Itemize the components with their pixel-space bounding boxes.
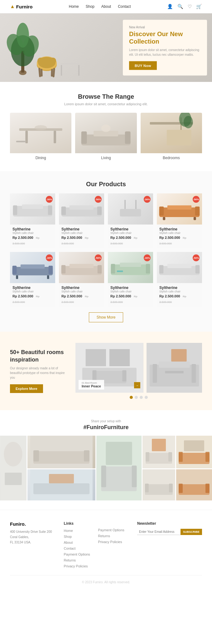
browse-card-dining[interactable]: Dining [10,113,71,160]
svg-rect-112 [205,484,210,493]
dot-3[interactable] [140,396,143,399]
nav-about[interactable]: About [101,4,111,9]
product-badge-4: -50% [193,196,200,203]
product-desc-5: Stylish cafe chair [12,290,53,293]
social-img-4[interactable] [96,436,142,500]
svg-rect-94 [106,442,132,465]
person-icon[interactable]: 👤 [167,4,173,9]
browse-img-dining [10,113,71,153]
footer-link-returns[interactable]: Returns [64,558,93,562]
product-info-6: Syltherine Stylish cafe chair Rp 2.500.0… [59,283,104,307]
product-info-4: Syltherine Stylish cafe chair Rp 2.500.0… [157,225,202,248]
social-img-6[interactable] [142,469,175,500]
svg-rect-16 [25,131,28,143]
svg-rect-36 [97,206,102,215]
svg-rect-58 [111,264,115,273]
product-card-2[interactable]: -50% Syltherine Stylish cafe chair Rp 2.… [59,193,104,248]
browse-card-bedrooms[interactable]: Bedrooms [141,113,202,160]
product-card-4[interactable]: -50% Syltherine Stylish cafe chair Rp 2.… [157,193,202,248]
hero-desc: Lorem ipsum dolor sit amet, consectetur … [129,48,201,57]
inspiration-text: 50+ Beautiful rooms inspiration Our desi… [10,349,69,393]
inspiration-desc: Our designer already made a lot of beaut… [10,366,69,380]
footer-link-about[interactable]: About [64,541,93,544]
hero-buy-button[interactable]: BUY Now [129,61,157,70]
svg-rect-63 [159,265,164,273]
svg-rect-93 [132,466,137,487]
nav-shop[interactable]: Shop [86,4,94,9]
product-info-2: Syltherine Stylish cafe chair Rp 2.500.0… [59,225,104,248]
footer-help-privacy[interactable]: Privacy Policies [98,540,132,544]
nav-logo[interactable]: ▲ Furniro [10,4,32,9]
nav-home[interactable]: Home [69,4,79,9]
dot-2[interactable] [135,396,138,399]
browse-title: Browse The Range [10,93,202,100]
footer-link-payment[interactable]: Payment Options [64,552,93,556]
footer-grid: Funiro. 400 University Drive Suite 200 C… [10,521,202,570]
heart-icon[interactable]: ♡ [188,4,192,9]
product-badge-6: -50% [95,254,102,261]
social-img-7[interactable] [176,436,212,468]
product-name-8: Syltherine [159,286,200,290]
footer-link-contact[interactable]: Contact [64,547,93,550]
social-img-8[interactable] [176,469,212,500]
product-card-6[interactable]: -50% Syltherine Stylish cafe chair Rp 2.… [59,252,104,307]
inspiration-images: 01 Bed Room Inner Peace → [75,343,202,399]
svg-rect-42 [159,206,164,215]
browse-label-dining: Dining [10,156,71,160]
browse-card-living[interactable]: Living [75,113,137,160]
social-img-1[interactable] [0,436,26,500]
svg-rect-56 [70,264,94,268]
product-card-3[interactable]: -30% Syltherine Stylish cafe chair Rp 2.… [108,193,153,248]
social-img-3[interactable] [27,469,95,500]
svg-rect-31 [13,205,17,215]
hero-content-box: New Arrival Discover Our New Collection … [123,20,207,76]
product-desc-1: Stylish cafe chair [12,231,53,234]
newsletter-subscribe-button[interactable]: SUBSCRIBE [181,529,202,535]
social-photo-grid [0,436,212,500]
footer-help-col: Payment Options Returns Privacy Policies [98,521,132,570]
browse-section: Browse The Range Lorem ipsum dolor sit a… [0,82,212,171]
svg-rect-101 [145,484,173,495]
newsletter-email-input[interactable] [137,529,181,535]
product-card-1[interactable]: -30% Syltherine Stylish cafe chair Rp 2.… [10,193,55,248]
product-name-5: Syltherine [12,286,53,290]
svg-rect-35 [61,206,66,215]
product-card-7[interactable]: -30% Syltherine Stylish cafe chair Rp 2.… [108,252,153,307]
footer-link-shop[interactable]: Shop [64,535,93,538]
svg-rect-64 [195,265,200,273]
footer-help-payment[interactable]: Payment Options [98,528,132,532]
search-icon[interactable]: 🔍 [177,4,183,9]
cart-icon[interactable]: 🛒 [196,4,202,9]
logo-icon: ▲ [10,4,15,9]
product-name-4: Syltherine [159,227,200,231]
footer-address: 400 University Drive Suite 200 Coral Gab… [10,529,59,545]
footer-link-privacy[interactable]: Privacy Policies [64,564,93,568]
svg-point-18 [35,125,47,130]
footer-help-returns[interactable]: Returns [98,534,132,538]
product-name-1: Syltherine [12,227,53,231]
dot-4[interactable] [145,396,148,399]
nav-links: Home Shop About Contact [69,4,131,9]
footer: Funiro. 400 University Drive Suite 200 C… [0,510,212,589]
show-more-button[interactable]: Show More [89,312,123,322]
browse-img-bedrooms [141,113,202,153]
product-price-row-6: Rp 2.500.000 Rp 3.500.000 [61,293,102,304]
social-img-5[interactable] [142,436,175,468]
product-img-3: -30% [108,193,153,225]
product-card-8[interactable]: -50% Syltherine Stylish cafe chair Rp 2.… [157,252,202,307]
footer-newsletter-title: Newsletter [137,521,202,526]
svg-rect-97 [146,452,149,462]
footer-link-home[interactable]: Home [64,529,93,533]
svg-rect-29 [167,130,191,145]
browse-grid: Dining Living [10,113,202,160]
svg-rect-51 [16,275,18,279]
products-section: Our Products -30% Syltherine Stylish caf… [0,171,212,332]
product-price-row-5: Rp 2.500.000 Rp 3.500.000 [12,293,53,304]
explore-more-button[interactable]: Explore More [10,384,43,393]
inspiration-arrow[interactable]: → [134,382,140,388]
product-card-5[interactable]: -30% Syltherine Stylish cafe chair Rp 2.… [10,252,55,307]
dot-1[interactable] [130,396,133,399]
nav-contact[interactable]: Contact [118,4,131,9]
svg-rect-60 [120,263,141,267]
social-img-2[interactable] [27,436,95,468]
